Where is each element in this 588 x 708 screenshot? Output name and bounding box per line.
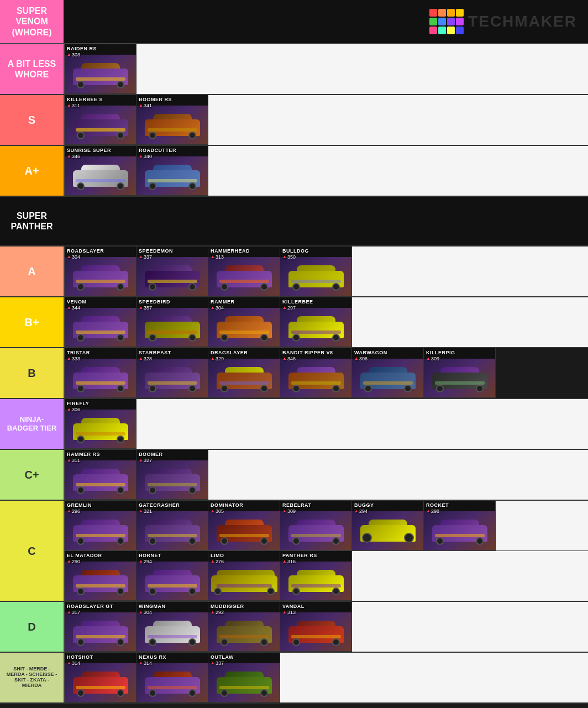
white-fill-c-r1 <box>496 501 588 550</box>
empty-fill <box>352 602 588 652</box>
logo-container: TECHMAKER <box>429 9 577 34</box>
car-cell-hammerhead: HAMMERHEAD▲313 <box>208 247 280 296</box>
car-image <box>136 460 208 499</box>
logo-dot-6 <box>438 18 446 25</box>
header-logo-area: TECHMAKER <box>64 0 588 43</box>
car-cell-outlaw: OUTLAW▲337 <box>208 653 280 702</box>
car-name: RAIDEN RS <box>67 46 97 52</box>
car-cell-roadslayer-gt: ROADSLAYER GT▲317 <box>65 602 136 652</box>
header-row: SUPER VENOM (WHORE) TECHM <box>0 0 588 44</box>
car-cell-tristar: TRISTAR▲333 <box>65 348 136 398</box>
logo-grid <box>429 9 464 34</box>
logo-dot-8 <box>456 18 464 25</box>
tier-label-ninja-badger: NINJA-BADGER TIER <box>0 399 64 449</box>
tier-label-c-plus: C+ <box>0 450 64 500</box>
tier-content-shit: HOTSHOT▲314 NEXUS RX▲314 OUTLAW▲337 <box>64 653 588 702</box>
car-stat: ▲303 <box>67 52 97 57</box>
car-image <box>136 106 208 144</box>
car-cell-limo: LIMO▲276 <box>208 551 280 601</box>
car-image <box>280 612 351 651</box>
car-cell-dragslayer: DRAGSLAYER▲329 <box>208 348 280 398</box>
car-shape <box>70 59 131 90</box>
tier-label-a-plus: A+ <box>0 146 64 196</box>
tier-label-s: S <box>0 95 64 145</box>
car-cell-warwagon: WARWAGON▲306 <box>352 348 424 398</box>
car-image <box>65 663 136 702</box>
car-cell-gremlin: GREMLIN▲296 <box>65 501 136 550</box>
tier-row-c-plus: C+ RAMMER RS▲311 BOOMER▲327 <box>0 450 588 501</box>
car-image <box>65 106 136 144</box>
car-cell-nexus-rx: NEXUS RX▲314 <box>136 653 208 702</box>
car-cell-bulldog: BULLDOG▲350 <box>280 247 352 296</box>
logo-dot-5 <box>429 18 437 25</box>
tier-content-s: KILLERBEE S▲311 BOOMER RS▲341 <box>64 95 588 145</box>
empty-fill <box>136 44 588 94</box>
tier-list: SUPER VENOM (WHORE) TECHM <box>0 0 588 704</box>
dark-fill-b <box>496 348 588 398</box>
car-image <box>208 257 280 296</box>
car-image <box>65 562 136 600</box>
tier-label-b-plus: B+ <box>0 297 64 347</box>
car-image <box>208 562 280 600</box>
logo-dot-2 <box>438 9 446 17</box>
logo-dot-3 <box>447 9 455 17</box>
car-image <box>136 359 208 397</box>
empty-fill <box>352 297 588 347</box>
car-image <box>136 511 208 550</box>
car-info-raiden-rs: RAIDEN RS ▲303 <box>67 46 97 57</box>
car-cell-buggy: BUGGY▲294 <box>352 501 424 550</box>
car-cell-speedbird: SPEEDBIRD▲357 <box>136 297 208 347</box>
car-cell-el-matador: EL MATADOR▲290 <box>65 551 136 601</box>
logo-dot-12 <box>456 27 464 34</box>
logo-dot-11 <box>447 27 455 34</box>
empty-fill <box>208 450 588 500</box>
car-cell-hornet: HORNET▲294 <box>136 551 208 601</box>
tier-content-c-plus: RAMMER RS▲311 BOOMER▲327 <box>64 450 588 500</box>
car-cell-killerpig: KILLERPIG▲309 <box>424 348 496 398</box>
header-tier-label: SUPER VENOM (WHORE) <box>0 0 64 43</box>
car-image <box>280 257 351 296</box>
car-image <box>208 663 280 702</box>
car-image <box>65 410 136 448</box>
car-cell-roadslayer: ROADSLAYER▲304 <box>65 247 136 296</box>
car-cell-speedemon: SPEEDEMON▲337 <box>136 247 208 296</box>
car-cell-killerbee-s: KILLERBEE S▲311 <box>65 95 136 145</box>
tier-content-b: TRISTAR▲333 STARBEAST▲328 DRAGSLAYER▲329… <box>64 348 588 398</box>
car-image <box>424 511 495 550</box>
tier-row-b: B TRISTAR▲333 STARBEAST▲328 DRAGSLAYER▲3… <box>0 348 588 399</box>
car-cell-rammer: RAMMER▲304 <box>208 297 280 347</box>
car-image <box>208 359 280 397</box>
tier-label-a: A <box>0 247 64 296</box>
car-image <box>208 511 280 550</box>
tier-content-super-panther <box>64 197 588 245</box>
car-image <box>280 511 351 550</box>
car-image <box>136 257 208 296</box>
empty-fill <box>352 247 588 296</box>
car-image <box>136 562 208 600</box>
empty-fill <box>280 653 588 702</box>
logo-dot-4 <box>456 9 464 17</box>
car-image <box>65 308 136 347</box>
logo-dot-10 <box>438 27 446 34</box>
car-image <box>280 359 351 397</box>
car-image <box>65 612 136 651</box>
tier-content-a-bit-less: RAIDEN RS ▲303 <box>64 44 588 94</box>
car-image <box>65 511 136 550</box>
car-image <box>136 663 208 702</box>
car-cell-vandal: VANDAL▲313 <box>280 602 352 652</box>
logo-dot-9 <box>429 27 437 34</box>
car-cell-boomer-rs: BOOMER RS▲341 <box>136 95 208 145</box>
car-image <box>352 511 423 550</box>
car-image <box>208 308 280 347</box>
tier-row-ninja-badger: NINJA-BADGER TIER FIREFLY▲306 <box>0 399 588 450</box>
car-image <box>424 359 495 397</box>
tier-label-shit: SHIT - MERDE - MERDA - SCHEISSE - SKIT -… <box>0 653 64 702</box>
car-cell-venom: VENOM▲344 <box>65 297 136 347</box>
tier-label-a-bit-less: A BIT LESS WHORE <box>0 44 64 94</box>
car-cell-hotshot: HOTSHOT▲314 <box>65 653 136 702</box>
tier-row-s: S KILLERBEE S▲311 BOOMER RS▲341 <box>0 95 588 146</box>
car-cell-wingman: WINGMAN▲304 <box>136 602 208 652</box>
empty-fill <box>208 95 588 145</box>
tier-content-d: ROADSLAYER GT▲317 WINGMAN▲304 MUDDIGGER▲… <box>64 602 588 652</box>
tier-content-a-plus: SUNRISE SUPER▲346 ROADCUTTER▲340 <box>64 146 588 196</box>
